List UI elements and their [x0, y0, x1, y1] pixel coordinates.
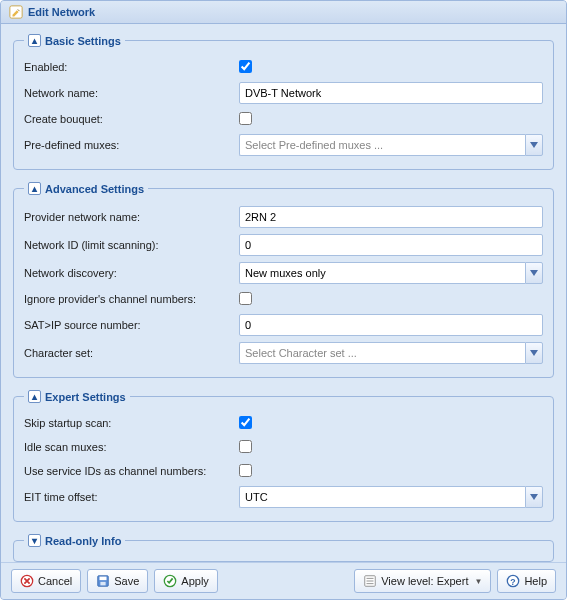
network-id-label: Network ID (limit scanning): — [24, 239, 239, 251]
network-id-input[interactable] — [239, 234, 543, 256]
advanced-settings-fieldset: ▴ Advanced Settings Provider network nam… — [13, 182, 554, 378]
apply-icon — [163, 574, 177, 588]
svg-rect-4 — [101, 582, 106, 586]
eit-offset-label: EIT time offset: — [24, 491, 239, 503]
create-bouquet-row: Create bouquet: — [24, 107, 543, 131]
readonly-info-fieldset: ▾ Read-only Info — [13, 534, 554, 562]
collapse-toggle[interactable]: ▴ — [28, 390, 41, 403]
save-icon — [96, 574, 110, 588]
collapse-toggle[interactable]: ▴ — [28, 34, 41, 47]
basic-settings-legend: ▴ Basic Settings — [24, 34, 125, 47]
button-bar: Cancel Save Apply View level: Expert ▼ ? — [1, 562, 566, 599]
network-discovery-label: Network discovery: — [24, 267, 239, 279]
expert-settings-fieldset: ▴ Expert Settings Skip startup scan: Idl… — [13, 390, 554, 522]
collapse-toggle[interactable]: ▾ — [28, 534, 41, 547]
network-name-input[interactable] — [239, 82, 543, 104]
window-title: Edit Network — [28, 6, 95, 18]
edit-icon — [9, 5, 23, 19]
predefined-muxes-row: Pre-defined muxes: — [24, 131, 543, 159]
collapse-toggle[interactable]: ▴ — [28, 182, 41, 195]
create-bouquet-label: Create bouquet: — [24, 113, 239, 125]
predefined-muxes-combo[interactable] — [239, 134, 543, 156]
predefined-muxes-label: Pre-defined muxes: — [24, 139, 239, 151]
enabled-checkbox[interactable] — [239, 60, 252, 73]
help-button[interactable]: ? Help — [497, 569, 556, 593]
chevron-down-icon[interactable] — [525, 486, 543, 508]
create-bouquet-checkbox[interactable] — [239, 112, 252, 125]
cancel-icon — [20, 574, 34, 588]
network-name-label: Network name: — [24, 87, 239, 99]
legend-label: Basic Settings — [45, 35, 121, 47]
charset-input[interactable] — [239, 342, 525, 364]
idle-scan-label: Idle scan muxes: — [24, 441, 239, 453]
view-level-icon — [363, 574, 377, 588]
form-body: ▴ Basic Settings Enabled: Network name: … — [1, 24, 566, 562]
advanced-settings-legend: ▴ Advanced Settings — [24, 182, 148, 195]
titlebar: Edit Network — [1, 1, 566, 24]
skip-scan-label: Skip startup scan: — [24, 417, 239, 429]
use-service-ids-label: Use service IDs as channel numbers: — [24, 465, 239, 477]
network-name-row: Network name: — [24, 79, 543, 107]
enabled-label: Enabled: — [24, 61, 239, 73]
readonly-info-legend: ▾ Read-only Info — [24, 534, 125, 547]
legend-label: Advanced Settings — [45, 183, 144, 195]
idle-scan-checkbox[interactable] — [239, 440, 252, 453]
expert-settings-legend: ▴ Expert Settings — [24, 390, 130, 403]
provider-name-input[interactable] — [239, 206, 543, 228]
provider-name-label: Provider network name: — [24, 211, 239, 223]
save-button[interactable]: Save — [87, 569, 148, 593]
ignore-numbers-checkbox[interactable] — [239, 292, 252, 305]
legend-label: Read-only Info — [45, 535, 121, 547]
skip-scan-checkbox[interactable] — [239, 416, 252, 429]
satip-input[interactable] — [239, 314, 543, 336]
enabled-row: Enabled: — [24, 55, 543, 79]
cancel-button[interactable]: Cancel — [11, 569, 81, 593]
predefined-muxes-input[interactable] — [239, 134, 525, 156]
charset-label: Character set: — [24, 347, 239, 359]
chevron-down-icon[interactable] — [525, 342, 543, 364]
help-icon: ? — [506, 574, 520, 588]
svg-rect-3 — [100, 577, 107, 581]
use-service-ids-checkbox[interactable] — [239, 464, 252, 477]
satip-label: SAT>IP source number: — [24, 319, 239, 331]
charset-combo[interactable] — [239, 342, 543, 364]
chevron-down-icon: ▼ — [474, 577, 482, 586]
chevron-down-icon[interactable] — [525, 262, 543, 284]
view-level-button[interactable]: View level: Expert ▼ — [354, 569, 491, 593]
basic-settings-fieldset: ▴ Basic Settings Enabled: Network name: … — [13, 34, 554, 170]
ignore-numbers-label: Ignore provider's channel numbers: — [24, 293, 239, 305]
legend-label: Expert Settings — [45, 391, 126, 403]
apply-button[interactable]: Apply — [154, 569, 218, 593]
chevron-down-icon[interactable] — [525, 134, 543, 156]
edit-network-window: Edit Network ▴ Basic Settings Enabled: N… — [0, 0, 567, 600]
network-discovery-input[interactable] — [239, 262, 525, 284]
svg-text:?: ? — [511, 577, 516, 587]
eit-offset-combo[interactable] — [239, 486, 543, 508]
eit-offset-input[interactable] — [239, 486, 525, 508]
network-discovery-combo[interactable] — [239, 262, 543, 284]
